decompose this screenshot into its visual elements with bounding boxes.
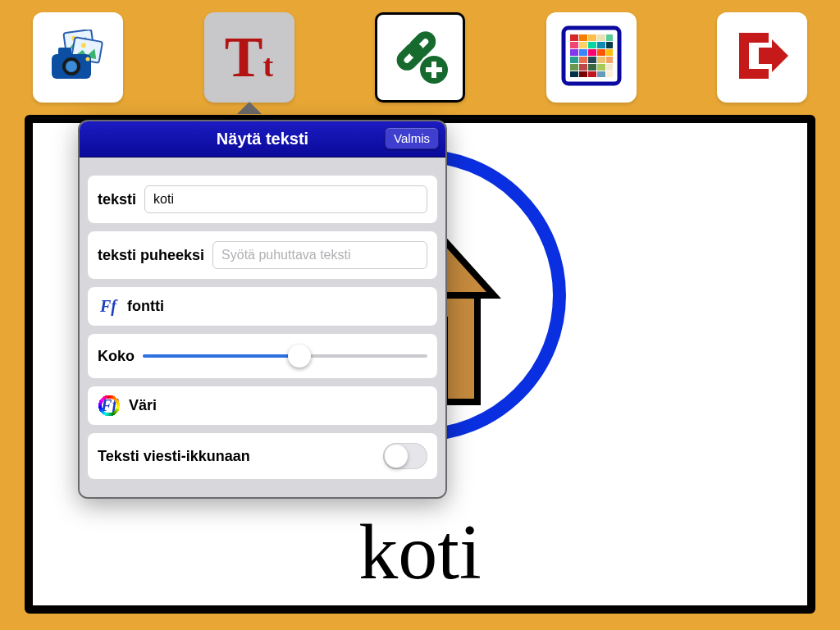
text-icon: Tt <box>225 29 273 86</box>
speech-input[interactable] <box>212 241 427 269</box>
svg-rect-30 <box>570 57 578 63</box>
toggle-label: Teksti viesti-ikkunaan <box>98 448 250 465</box>
svg-rect-29 <box>606 49 613 56</box>
svg-rect-17 <box>588 34 596 41</box>
svg-rect-5 <box>58 48 71 56</box>
images-icon <box>48 30 107 85</box>
svg-rect-38 <box>597 64 605 71</box>
svg-rect-13 <box>426 67 442 72</box>
font-icon: Ff <box>98 297 119 316</box>
svg-rect-21 <box>579 42 587 48</box>
text-label: teksti <box>98 191 136 208</box>
svg-rect-22 <box>588 42 596 48</box>
exit-icon <box>733 26 792 89</box>
svg-rect-32 <box>588 57 596 63</box>
speech-row: teksti puheeksi <box>88 231 437 279</box>
svg-rect-25 <box>570 49 578 56</box>
size-row: Koko <box>88 334 437 378</box>
svg-rect-10 <box>409 32 435 57</box>
toolbar-color-grid-button[interactable] <box>546 12 637 103</box>
color-row[interactable]: Ff Väri <box>88 386 437 425</box>
font-row[interactable]: Ff fontti <box>88 287 437 326</box>
svg-rect-42 <box>588 71 596 77</box>
toolbar-text-button[interactable]: Tt <box>204 12 294 103</box>
color-font-icon: Ff <box>98 396 121 415</box>
svg-rect-40 <box>570 71 578 77</box>
toggle-row: Teksti viesti-ikkunaan <box>88 433 437 479</box>
toolbar: Tt <box>0 0 840 103</box>
link-add-icon <box>386 22 454 93</box>
svg-point-8 <box>86 57 90 62</box>
svg-rect-26 <box>579 49 587 56</box>
popover-title: Näytä teksti <box>217 130 308 148</box>
popover-body: teksti teksti puheeksi Ff fontti Koko Ff… <box>80 158 445 497</box>
toggle-knob <box>385 445 408 468</box>
toolbar-images-button[interactable] <box>33 12 123 103</box>
message-window-toggle[interactable] <box>383 443 427 469</box>
text-row: teksti <box>88 176 437 223</box>
svg-rect-23 <box>597 42 605 48</box>
slider-fill <box>143 354 299 358</box>
symbol-label: koti <box>33 506 807 597</box>
size-slider[interactable] <box>143 344 427 368</box>
svg-rect-44 <box>606 71 613 77</box>
text-settings-popover: Näytä teksti Valmis teksti teksti puheek… <box>78 120 447 499</box>
done-button[interactable]: Valmis <box>385 127 439 149</box>
svg-rect-15 <box>570 34 578 41</box>
speech-label: teksti puheeksi <box>98 247 204 264</box>
svg-rect-16 <box>579 34 587 41</box>
svg-rect-41 <box>579 71 587 77</box>
svg-rect-34 <box>606 57 613 63</box>
text-input[interactable] <box>144 185 427 213</box>
svg-point-7 <box>66 61 77 72</box>
svg-rect-33 <box>597 57 605 63</box>
svg-rect-35 <box>570 64 578 71</box>
color-label: Väri <box>129 397 157 414</box>
toolbar-exit-button[interactable] <box>717 12 807 103</box>
slider-thumb[interactable] <box>288 345 311 368</box>
toolbar-link-button[interactable] <box>375 12 465 103</box>
svg-rect-19 <box>606 34 613 41</box>
svg-rect-24 <box>606 42 613 48</box>
svg-rect-27 <box>588 49 596 56</box>
size-label: Koko <box>98 348 135 365</box>
svg-rect-28 <box>597 49 605 56</box>
svg-rect-36 <box>579 64 587 71</box>
svg-rect-18 <box>597 34 605 41</box>
svg-rect-43 <box>597 71 605 77</box>
popover-header: Näytä teksti Valmis <box>80 121 445 158</box>
font-label: fontti <box>127 298 164 315</box>
svg-rect-39 <box>606 64 613 71</box>
svg-rect-31 <box>579 57 587 63</box>
svg-rect-20 <box>570 42 578 48</box>
svg-rect-37 <box>588 64 596 71</box>
color-grid-icon <box>560 25 623 90</box>
